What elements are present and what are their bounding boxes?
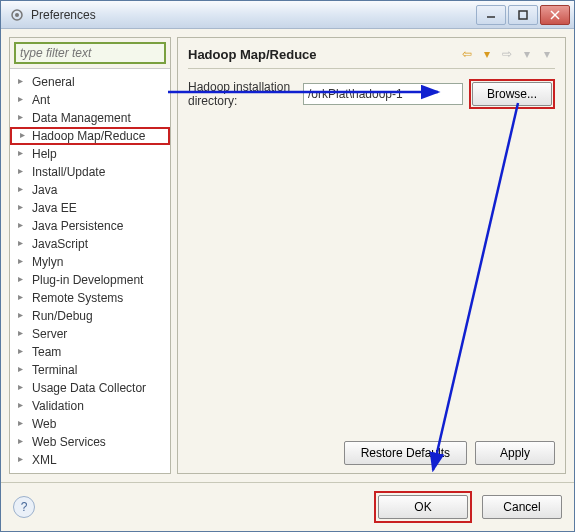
filter-wrap [10, 38, 170, 69]
titlebar[interactable]: Preferences [1, 1, 574, 29]
tree-item-xml[interactable]: XML [10, 451, 170, 469]
preferences-window: Preferences GeneralAntData ManagementHad… [0, 0, 575, 532]
browse-highlight: Browse... [469, 79, 555, 109]
back-icon[interactable]: ⇦ [459, 46, 475, 62]
left-panel: GeneralAntData ManagementHadoop Map/Redu… [9, 37, 171, 474]
ok-button[interactable]: OK [378, 495, 468, 519]
apply-button[interactable]: Apply [475, 441, 555, 465]
tree-item-team[interactable]: Team [10, 343, 170, 361]
restore-defaults-button[interactable]: Restore Defaults [344, 441, 467, 465]
svg-rect-3 [519, 11, 527, 19]
svg-point-1 [15, 13, 19, 17]
tree-item-java[interactable]: Java [10, 181, 170, 199]
filter-input[interactable] [14, 42, 166, 64]
main-area: GeneralAntData ManagementHadoop Map/Redu… [1, 29, 574, 482]
bottom-buttons: OK Cancel [374, 491, 562, 523]
right-panel: Hadoop Map/Reduce ⇦ ▾ ⇨ ▾ ▾ Hadoop insta… [177, 37, 566, 474]
install-dir-row: Hadoop installation directory: Browse... [188, 79, 555, 109]
minimize-button[interactable] [476, 5, 506, 25]
help-icon[interactable]: ? [13, 496, 35, 518]
tree-item-java-ee[interactable]: Java EE [10, 199, 170, 217]
page-title: Hadoop Map/Reduce [188, 47, 317, 62]
forward-menu-icon[interactable]: ▾ [519, 46, 535, 62]
tree-item-remote-systems[interactable]: Remote Systems [10, 289, 170, 307]
page-buttons: Restore Defaults Apply [188, 435, 555, 465]
tree-item-plug-in-development[interactable]: Plug-in Development [10, 271, 170, 289]
page-header: Hadoop Map/Reduce ⇦ ▾ ⇨ ▾ ▾ [188, 46, 555, 69]
dir-label: Hadoop installation directory: [188, 80, 297, 108]
tree-item-javascript[interactable]: JavaScript [10, 235, 170, 253]
forward-icon[interactable]: ⇨ [499, 46, 515, 62]
tree-item-data-management[interactable]: Data Management [10, 109, 170, 127]
tree-item-run-debug[interactable]: Run/Debug [10, 307, 170, 325]
view-menu-icon[interactable]: ▾ [539, 46, 555, 62]
tree-item-java-persistence[interactable]: Java Persistence [10, 217, 170, 235]
tree-item-mylyn[interactable]: Mylyn [10, 253, 170, 271]
preference-tree[interactable]: GeneralAntData ManagementHadoop Map/Redu… [10, 69, 170, 473]
window-buttons [476, 5, 570, 25]
tree-item-terminal[interactable]: Terminal [10, 361, 170, 379]
tree-item-ant[interactable]: Ant [10, 91, 170, 109]
maximize-button[interactable] [508, 5, 538, 25]
spacer [188, 119, 555, 435]
dir-input[interactable] [303, 83, 463, 105]
cancel-button[interactable]: Cancel [482, 495, 562, 519]
back-menu-icon[interactable]: ▾ [479, 46, 495, 62]
browse-button[interactable]: Browse... [472, 82, 552, 106]
tree-item-general[interactable]: General [10, 73, 170, 91]
tree-item-web-services[interactable]: Web Services [10, 433, 170, 451]
close-button[interactable] [540, 5, 570, 25]
ok-highlight: OK [374, 491, 472, 523]
tree-item-install-update[interactable]: Install/Update [10, 163, 170, 181]
tree-item-hadoop-map-reduce[interactable]: Hadoop Map/Reduce [10, 127, 170, 145]
tree-item-help[interactable]: Help [10, 145, 170, 163]
app-icon [9, 7, 25, 23]
window-title: Preferences [31, 8, 476, 22]
content-area: GeneralAntData ManagementHadoop Map/Redu… [1, 29, 574, 531]
bottom-bar: ? OK Cancel [1, 482, 574, 531]
tree-item-server[interactable]: Server [10, 325, 170, 343]
tree-item-validation[interactable]: Validation [10, 397, 170, 415]
nav-icons: ⇦ ▾ ⇨ ▾ ▾ [459, 46, 555, 62]
tree-item-web[interactable]: Web [10, 415, 170, 433]
tree-item-usage-data-collector[interactable]: Usage Data Collector [10, 379, 170, 397]
